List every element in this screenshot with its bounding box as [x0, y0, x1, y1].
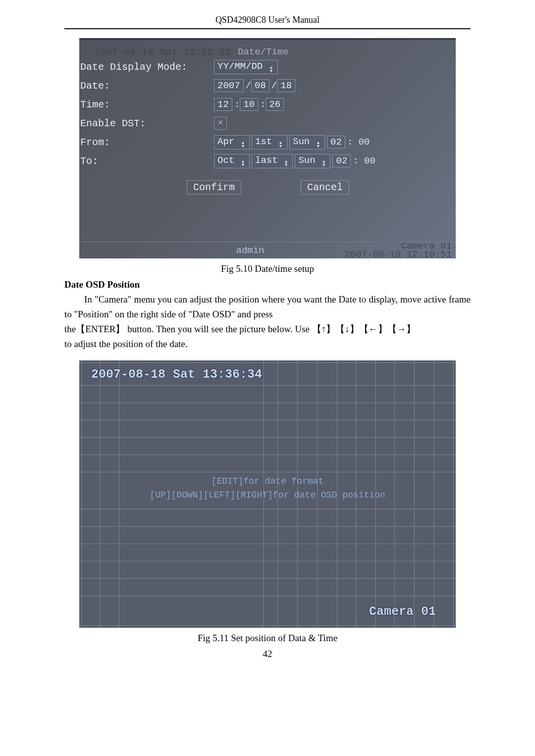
from-hour-field[interactable]: 02: [327, 136, 345, 149]
label-time: Time:: [80, 99, 214, 110]
slash-separator: /: [246, 80, 251, 91]
instructions-text: [EDIT]for date format [UP][DOWN][LEFT][R…: [79, 474, 456, 502]
body-text: In "Camera" menu you can adjust the posi…: [64, 292, 471, 352]
from-month-select[interactable]: Apr ▲▼: [214, 135, 250, 150]
to-week-select[interactable]: last ▲▼: [252, 154, 293, 168]
date-osd-overlay: 2007-08-18 Sat 13:36:34: [91, 367, 262, 382]
date-year-field[interactable]: 2007: [214, 79, 244, 92]
status-user: admin: [79, 245, 322, 256]
status-timestamp: 2007-08-18 12:10:51: [322, 251, 452, 259]
fieldset-title: Date/Time: [238, 47, 289, 57]
para-a: In "Camera" menu you can adjust the posi…: [64, 292, 471, 322]
fig1-caption: Fig 5.10 Date/time setup: [64, 263, 471, 274]
page-number: 42: [64, 649, 471, 659]
section-heading: Date OSD Position: [64, 279, 471, 290]
from-week-value: 1st: [255, 136, 272, 147]
from-day-value: Sun: [293, 136, 310, 147]
time-m-field[interactable]: 10: [240, 98, 258, 111]
cancel-button[interactable]: Cancel: [301, 180, 349, 195]
spinner-icon: ▲▼: [242, 160, 244, 167]
dst-checkbox[interactable]: ×: [214, 117, 227, 130]
label-enable-dst: Enable DST:: [80, 118, 214, 129]
spinner-icon: ▲▼: [270, 66, 272, 73]
to-min-label: : 00: [353, 155, 375, 166]
spinner-icon: ▲▼: [285, 160, 287, 167]
date-month-field[interactable]: 08: [251, 79, 269, 92]
to-month-select[interactable]: Oct ▲▼: [214, 154, 250, 168]
time-h-field[interactable]: 12: [214, 98, 232, 111]
label-to: To:: [80, 155, 214, 167]
instr-line-1: [EDIT]for date format: [79, 474, 456, 488]
from-week-select[interactable]: 1st ▲▼: [252, 135, 287, 150]
to-hour-field[interactable]: 02: [332, 154, 351, 167]
fig2-caption: Fig 5.11 Set position of Data & Time: [64, 633, 471, 644]
spinner-icon: ▲▼: [317, 142, 320, 149]
display-mode-select[interactable]: YY/MM/DD ▲▼: [214, 60, 278, 74]
spinner-icon: ▲▼: [242, 142, 244, 149]
to-day-select[interactable]: Sun ▲▼: [295, 154, 330, 168]
datetime-setup-screenshot: 2007-08-18 Sat 12:10:52 Date/Time Date D…: [79, 38, 456, 258]
osd-position-screenshot: 2007-08-18 Sat 13:36:34 [EDIT]for date f…: [79, 360, 456, 628]
slash-separator: /: [271, 80, 277, 91]
to-day-value: Sun: [298, 155, 315, 166]
label-display-mode: Date Display Mode:: [80, 61, 214, 73]
from-min-label: : 00: [347, 137, 370, 148]
spinner-icon: ▲▼: [322, 160, 325, 167]
status-bar: admin Camera 01 2007-08-18 12:10:51: [79, 242, 456, 258]
date-day-field[interactable]: 18: [277, 79, 295, 92]
para-c: to adjust the position of the date.: [64, 337, 471, 352]
label-date: Date:: [80, 80, 214, 92]
from-month-value: Apr: [217, 136, 234, 147]
status-right: Camera 01 2007-08-18 12:10:51: [322, 242, 456, 259]
colon-separator: :: [234, 99, 240, 110]
label-from: From:: [80, 137, 214, 148]
colon-separator: :: [260, 99, 266, 110]
spinner-icon: ▲▼: [279, 142, 282, 149]
para-b: the【ENTER】 button. Then you will see the…: [64, 322, 471, 337]
to-month-value: Oct: [217, 155, 234, 166]
camera-label-overlay: Camera 01: [369, 605, 436, 619]
to-week-value: last: [255, 155, 278, 166]
page-header: QSD42908C8 User's Manual: [64, 15, 471, 29]
instr-line-2: [UP][DOWN][LEFT][RIGHT]for date OSD posi…: [79, 488, 456, 502]
display-mode-value: YY/MM/DD: [217, 61, 263, 72]
confirm-button[interactable]: Confirm: [187, 180, 241, 195]
time-s-field[interactable]: 26: [266, 98, 284, 111]
from-day-select[interactable]: Sun ▲▼: [289, 135, 325, 150]
header-ghost: 2007-08-18 Sat 12:10:52: [94, 47, 231, 58]
